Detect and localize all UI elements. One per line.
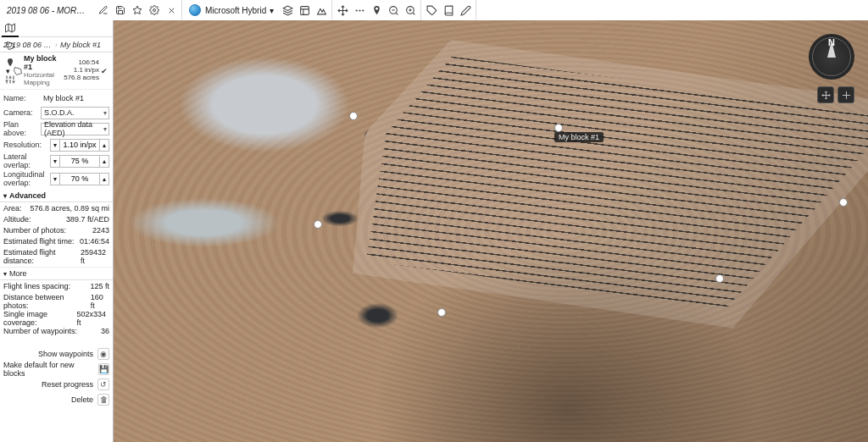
- chevron-down-icon: ▾: [103, 125, 107, 133]
- name-field[interactable]: My block #1: [41, 92, 109, 105]
- camera-select[interactable]: S.O.D.A.▾: [41, 107, 109, 119]
- adv-row: Estimated flight time:01:46:54: [3, 237, 109, 248]
- lateral-label: Lateral overlap:: [3, 152, 46, 169]
- block-stat-area: 576.8 acres: [64, 75, 99, 82]
- settings-icon[interactable]: [146, 2, 163, 19]
- more-value: 160 ft: [91, 293, 109, 310]
- more-list: Flight lines spacing:125 ftDistance betw…: [0, 280, 113, 340]
- breadcrumb-block[interactable]: My block #1: [60, 41, 101, 49]
- resolution-stepper[interactable]: ▾ ▴: [50, 139, 109, 152]
- map-canvas[interactable]: My block #1 N: [114, 20, 868, 442]
- stepper-up[interactable]: ▴: [99, 139, 109, 152]
- adv-label: Area:: [3, 204, 22, 215]
- chevron-down-icon[interactable]: ▾: [3, 67, 12, 75]
- adv-value: 2243: [92, 226, 109, 237]
- tool-group: [421, 0, 476, 20]
- layers-icon[interactable]: [279, 2, 296, 19]
- reset-progress-button[interactable]: Reset progress ↺: [3, 377, 109, 392]
- delete-button[interactable]: Delete 🗑: [3, 392, 109, 407]
- svg-point-8: [355, 9, 357, 11]
- basemap-label: Microsoft Hybrid: [205, 6, 266, 15]
- plan-above-select[interactable]: Elevation data (AED)▾: [41, 123, 109, 135]
- tab-group: 2019 08 06 - MOREN…: [0, 0, 182, 20]
- adv-label: Estimated flight distance:: [3, 248, 81, 265]
- polygon-icon: [12, 66, 24, 76]
- zoomout-icon[interactable]: [385, 2, 402, 19]
- chevron-right-icon: ›: [55, 41, 58, 49]
- pencil-icon[interactable]: [457, 2, 474, 19]
- basemap-selector[interactable]: Microsoft Hybrid ▾: [184, 0, 279, 20]
- advanced-list: Area:576.8 acres, 0.89 sq miAltitude:389…: [0, 202, 113, 267]
- adv-label: Number of photos:: [3, 226, 66, 237]
- block-title: My block #1 Horizontal Mapping: [24, 55, 64, 86]
- more-heading[interactable]: ▾ More: [0, 267, 113, 280]
- more-row: Distance between photos:160 ft: [3, 293, 109, 310]
- svg-marker-19: [6, 24, 15, 32]
- terrain-icon[interactable]: [313, 2, 330, 19]
- advanced-heading[interactable]: ▾ Advanced: [0, 190, 113, 202]
- name-label: Name:: [3, 94, 41, 102]
- stepper-down[interactable]: ▾: [50, 139, 60, 152]
- longitudinal-input[interactable]: [60, 173, 99, 185]
- stepper-up[interactable]: ▴: [99, 173, 109, 185]
- camera-label: Camera:: [3, 108, 41, 117]
- block-name: My block #1: [24, 55, 64, 72]
- dots-icon[interactable]: [351, 2, 368, 19]
- book-icon[interactable]: [440, 2, 457, 19]
- resolution-label: Resolution:: [3, 141, 42, 149]
- lateral-stepper[interactable]: ▾ ▴: [50, 155, 109, 168]
- adv-value: 389.7 ft/AED: [66, 215, 109, 226]
- move-icon[interactable]: [334, 2, 351, 19]
- star-icon[interactable]: [129, 2, 146, 19]
- zoomin-icon[interactable]: [402, 2, 419, 19]
- resolution-input[interactable]: [60, 139, 99, 152]
- plan-above-label: Plan above:: [3, 120, 41, 137]
- chevron-down-icon: ▾: [103, 109, 107, 117]
- adv-value: 259432 ft: [81, 248, 109, 265]
- more-row: Flight lines spacing:125 ft: [3, 282, 109, 293]
- svg-line-12: [396, 13, 398, 14]
- save-icon[interactable]: [112, 2, 129, 19]
- basemap-group: Microsoft Hybrid ▾: [182, 0, 332, 20]
- make-default-button[interactable]: Make default for new blocks 💾: [3, 362, 109, 377]
- tab-map[interactable]: [2, 20, 19, 37]
- chevron-down-icon: ▾: [270, 6, 274, 15]
- breadcrumb: 2019 08 06 - MORE… › My block #1: [0, 37, 113, 52]
- side-panel: 2019 08 06 - MORE… › My block #1 ▾ My bl…: [0, 20, 114, 442]
- nav-tilt-button[interactable]: [837, 86, 854, 103]
- layers2-icon[interactable]: [296, 2, 313, 19]
- adv-label: Estimated flight time:: [3, 237, 75, 248]
- top-toolbar: 2019 08 06 - MOREN… Microsoft Hybrid ▾: [0, 0, 868, 20]
- block-summary[interactable]: ▾ My block #1 Horizontal Mapping 106:54 …: [0, 52, 113, 90]
- breadcrumb-project[interactable]: 2019 08 06 - MORE…: [3, 41, 53, 49]
- block-method: Horizontal Mapping: [24, 72, 64, 87]
- waypoint-icon: ◉: [97, 348, 109, 360]
- show-waypoints-button[interactable]: Show waypoints ◉: [3, 346, 109, 362]
- compass-widget[interactable]: N: [809, 34, 854, 80]
- stepper-down[interactable]: ▾: [50, 155, 60, 168]
- nav-move-button[interactable]: [817, 86, 834, 103]
- lateral-input[interactable]: [60, 155, 99, 168]
- close-icon[interactable]: [163, 2, 180, 19]
- pin-icon[interactable]: [368, 2, 385, 19]
- compass-needle: [827, 41, 836, 58]
- globe-icon: [189, 4, 201, 16]
- more-row: Single image coverage:502x334 ft: [3, 310, 109, 327]
- svg-point-9: [359, 9, 360, 11]
- more-value: 36: [101, 327, 109, 338]
- terrain-layer: [114, 20, 868, 442]
- longitudinal-label: Longitudinal overlap:: [3, 170, 46, 187]
- svg-marker-32: [14, 67, 22, 75]
- more-value: 502x334 ft: [76, 310, 109, 327]
- save-icon: 💾: [98, 363, 109, 375]
- tab-title[interactable]: 2019 08 06 - MOREN…: [2, 6, 95, 15]
- more-row: Number of waypoints:36: [3, 327, 109, 338]
- stepper-up[interactable]: ▴: [99, 155, 109, 168]
- longitudinal-stepper[interactable]: ▾ ▴: [50, 173, 109, 185]
- stepper-down[interactable]: ▾: [50, 173, 60, 185]
- svg-point-1: [153, 9, 156, 12]
- tag-icon[interactable]: [423, 2, 440, 19]
- edit-icon[interactable]: [95, 2, 112, 19]
- adv-row: Estimated flight distance:259432 ft: [3, 248, 109, 265]
- trash-icon: 🗑: [97, 394, 109, 406]
